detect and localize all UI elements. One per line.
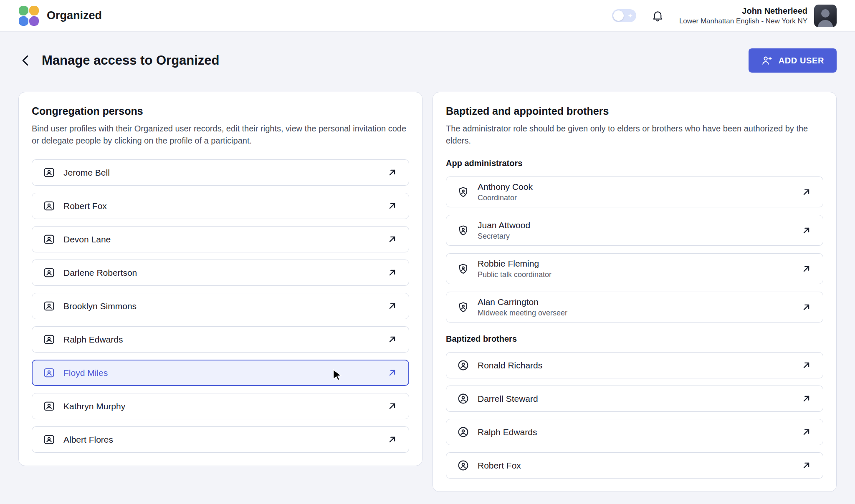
toggle-knob (613, 10, 624, 21)
person-name: Albert Flores (63, 435, 113, 445)
person-circle-icon (457, 359, 469, 371)
add-user-label: ADD USER (779, 56, 824, 66)
page-header: Manage access to Organized ADD USER (18, 48, 837, 73)
user-name: John Netherleed (679, 6, 807, 16)
baptized-brothers-list: Ronald Richards Darrell Steward (446, 352, 823, 479)
add-user-icon (761, 55, 773, 66)
congregation-person-row[interactable]: Darlene Robertson (32, 260, 409, 286)
person-circle-icon (457, 426, 469, 438)
administrator-name: Robbie Fleming (478, 259, 551, 269)
open-profile-arrow-icon[interactable] (801, 263, 812, 275)
organized-logo-icon (18, 5, 39, 26)
administrator-row[interactable]: Alan Carrington Midweek meeting overseer (446, 292, 823, 323)
congregation-person-row[interactable]: Jerome Bell (32, 159, 409, 186)
brand[interactable]: Organized (18, 5, 102, 26)
contact-card-icon (43, 333, 55, 345)
open-profile-arrow-icon[interactable] (387, 434, 398, 445)
baptized-brothers-card: Baptized and appointed brothers The admi… (433, 92, 837, 492)
open-profile-arrow-icon[interactable] (387, 334, 398, 345)
person-name: Darlene Robertson (63, 268, 137, 278)
manage-access-page: Manage access to Organized ADD USER Cong… (0, 48, 855, 492)
open-profile-arrow-icon[interactable] (387, 300, 398, 312)
person-circle-icon (457, 459, 469, 471)
open-profile-arrow-icon[interactable] (387, 234, 398, 245)
brother-row[interactable]: Ralph Edwards (446, 419, 823, 445)
open-profile-arrow-icon[interactable] (801, 460, 812, 471)
administrator-row[interactable]: Anthony Cook Coordinator (446, 176, 823, 207)
person-name: Devon Lane (63, 234, 111, 244)
person-name: Brooklyn Simmons (63, 301, 137, 311)
administrator-role: Coordinator (478, 194, 533, 202)
open-profile-arrow-icon[interactable] (801, 426, 812, 438)
congregation-person-row[interactable]: Brooklyn Simmons (32, 293, 409, 319)
open-profile-arrow-icon[interactable] (387, 401, 398, 412)
shield-person-icon (457, 301, 469, 313)
administrator-row[interactable]: Juan Attwood Secretary (446, 215, 823, 246)
contact-card-icon (43, 400, 55, 412)
notifications-bell-icon[interactable] (651, 9, 664, 22)
administrator-name: Anthony Cook (478, 182, 533, 192)
administrator-role: Public talk coordinator (478, 270, 551, 279)
shield-person-icon (457, 186, 469, 198)
congregation-person-row[interactable]: Floyd Miles (32, 360, 409, 386)
brothers-card-description: The administrator role should be given o… (446, 123, 823, 147)
open-profile-arrow-icon[interactable] (387, 167, 398, 178)
person-name: Kathryn Murphy (63, 401, 125, 411)
open-profile-arrow-icon[interactable] (801, 186, 812, 198)
contact-card-icon (43, 200, 55, 212)
open-profile-arrow-icon[interactable] (387, 367, 398, 378)
person-name: Ralph Edwards (63, 335, 123, 345)
brother-name: Darrell Steward (478, 394, 538, 404)
topbar: Organized ✦ John Netherleed Lower Manhat… (0, 0, 855, 32)
contact-card-icon (43, 166, 55, 179)
contact-card-icon (43, 367, 55, 379)
congregation-persons-card: Congregation persons Bind user profiles … (18, 92, 422, 466)
open-profile-arrow-icon[interactable] (387, 267, 398, 278)
contact-card-icon (43, 433, 55, 446)
user-congregation: Lower Manhattan English - New York NY (679, 17, 807, 25)
person-circle-icon (457, 393, 469, 405)
contact-card-icon (43, 300, 55, 312)
congregation-card-title: Congregation persons (32, 105, 409, 117)
shield-person-icon (457, 224, 469, 237)
person-name: Robert Fox (63, 201, 107, 211)
app-administrators-list: Anthony Cook Coordinator (446, 176, 823, 323)
congregation-person-row[interactable]: Albert Flores (32, 426, 409, 453)
add-user-button[interactable]: ADD USER (749, 48, 837, 73)
person-name: Jerome Bell (63, 168, 110, 178)
congregation-person-row[interactable]: Robert Fox (32, 193, 409, 219)
brother-name: Ronald Richards (478, 360, 542, 370)
user-block[interactable]: John Netherleed Lower Manhattan English … (679, 5, 837, 27)
user-avatar[interactable] (814, 5, 837, 27)
brothers-card-title: Baptized and appointed brothers (446, 105, 823, 117)
open-profile-arrow-icon[interactable] (801, 393, 812, 404)
congregation-person-row[interactable]: Kathryn Murphy (32, 393, 409, 419)
congregation-person-row[interactable]: Devon Lane (32, 226, 409, 252)
baptized-brothers-label: Baptized brothers (446, 334, 823, 344)
app-name: Organized (47, 9, 102, 22)
congregation-persons-list: Jerome Bell Robert Fox (32, 159, 409, 453)
administrator-name: Alan Carrington (478, 297, 567, 307)
administrator-row[interactable]: Robbie Fleming Public talk coordinator (446, 253, 823, 284)
contact-card-icon (43, 267, 55, 279)
app-administrators-label: App administrators (446, 159, 823, 168)
brother-row[interactable]: Robert Fox (446, 452, 823, 479)
open-profile-arrow-icon[interactable] (801, 302, 812, 313)
administrator-name: Juan Attwood (478, 220, 530, 230)
administrator-role: Secretary (478, 232, 530, 241)
page-title: Manage access to Organized (42, 53, 220, 68)
open-profile-arrow-icon[interactable] (801, 225, 812, 236)
brother-name: Robert Fox (478, 461, 521, 471)
brother-row[interactable]: Darrell Steward (446, 386, 823, 412)
brother-row[interactable]: Ronald Richards (446, 352, 823, 378)
person-name: Floyd Miles (63, 368, 108, 378)
open-profile-arrow-icon[interactable] (387, 200, 398, 212)
congregation-person-row[interactable]: Ralph Edwards (32, 326, 409, 353)
theme-toggle[interactable]: ✦ (612, 9, 636, 22)
back-chevron-icon[interactable] (18, 53, 33, 68)
contact-card-icon (43, 233, 55, 245)
sparkle-icon: ✦ (627, 12, 633, 20)
open-profile-arrow-icon[interactable] (801, 360, 812, 371)
congregation-card-description: Bind user profiles with their Organized … (32, 123, 409, 147)
shield-person-icon (457, 263, 469, 275)
